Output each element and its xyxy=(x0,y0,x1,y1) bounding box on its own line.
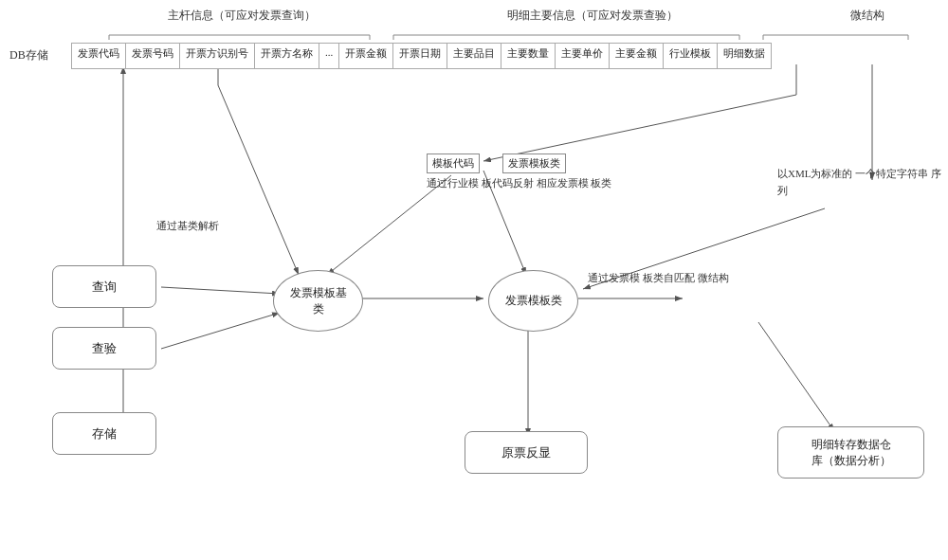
detail-label: 明细主要信息（可应对发票查验） xyxy=(465,8,720,24)
invoice-base-class-ellipse: 发票模板基 类 xyxy=(273,270,363,332)
db-table: 发票代码 发票号码 开票方识别号 开票方名称 ... 开票金额 开票日期 主要品… xyxy=(71,43,772,69)
invoice-template-class-small-box: 发票模板类 xyxy=(502,154,566,173)
micro-label: 微结构 xyxy=(815,8,920,24)
verify-box: 查验 xyxy=(52,327,156,370)
template-code-box: 模板代码 xyxy=(427,154,480,173)
xml-structure-annotation: 以XML为标准的 一个特定字符串 序列 xyxy=(777,166,948,199)
cell-amount: 开票金额 xyxy=(339,44,393,68)
cell-main-qty: 主要数量 xyxy=(501,44,556,68)
svg-line-14 xyxy=(161,313,280,349)
detail-transfer-box: 明细转存数据仓 库（数据分析） xyxy=(777,426,924,479)
cell-main-amount: 主要金额 xyxy=(610,44,664,68)
cell-detail-data: 明细数据 xyxy=(718,44,771,68)
storage-box: 存储 xyxy=(52,412,156,455)
cell-issuer-name: 开票方名称 xyxy=(255,44,319,68)
svg-line-24 xyxy=(758,322,834,431)
cell-issuer-id: 开票方识别号 xyxy=(180,44,255,68)
template-mapping-annotation: 通过行业模 板代码反射 相应发票模 板类 xyxy=(427,175,611,192)
cell-industry-template: 行业模板 xyxy=(664,44,718,68)
cell-main-price: 主要单价 xyxy=(556,44,610,68)
cell-dots: ... xyxy=(319,44,339,68)
parse-base-annotation: 通过基类解析 xyxy=(156,218,219,234)
svg-line-12 xyxy=(218,85,299,275)
svg-line-13 xyxy=(161,287,280,294)
cell-main-item: 主要品目 xyxy=(447,44,501,68)
db-storage-label: DB存储 xyxy=(9,47,48,63)
cell-invoice-code: 发票代码 xyxy=(72,44,126,68)
query-box: 查询 xyxy=(52,265,156,308)
cell-invoice-number: 发票号码 xyxy=(126,44,180,68)
invoice-template-class-ellipse: 发票模板类 xyxy=(488,270,578,332)
original-reflect-box: 原票反显 xyxy=(465,431,588,474)
diagram-container: 主杆信息（可应对发票查询） 明细主要信息（可应对发票查验） 微结构 DB存储 发… xyxy=(0,0,948,560)
main-stem-label: 主杆信息（可应对发票查询） xyxy=(142,8,341,24)
svg-line-19 xyxy=(483,95,796,161)
match-micro-annotation: 通过发票模 板类自匹配 微结构 xyxy=(588,270,729,287)
cell-date: 开票日期 xyxy=(393,44,447,68)
